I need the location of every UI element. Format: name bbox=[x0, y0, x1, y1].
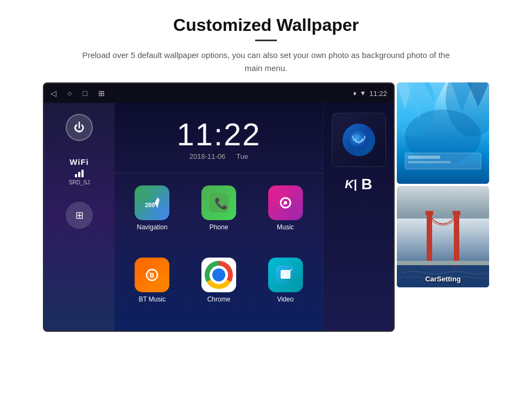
thumbnails-column: CarSetting bbox=[397, 82, 489, 332]
svg-rect-34 bbox=[454, 213, 459, 267]
wifi-label: WiFi bbox=[69, 157, 89, 166]
screenshot-icon[interactable]: ⊞ bbox=[98, 89, 105, 98]
thumb-bridge[interactable]: CarSetting bbox=[397, 186, 489, 287]
letter-widgets: K| B bbox=[345, 176, 372, 193]
right-widget: K| B bbox=[323, 103, 394, 331]
app-btmusic[interactable]: ʙ ♪ BT Music bbox=[119, 252, 186, 324]
btmusic-label: BT Music bbox=[138, 296, 166, 303]
recents-icon[interactable]: □ bbox=[83, 89, 87, 98]
navigation-icon: 280 bbox=[135, 185, 169, 220]
signal-icon: ▼ bbox=[360, 89, 366, 97]
grid-button[interactable]: ⊞ bbox=[66, 202, 93, 229]
back-icon[interactable]: ◁ bbox=[50, 89, 56, 98]
svg-text:♪: ♪ bbox=[282, 198, 286, 207]
phone-icon: 📞 bbox=[201, 185, 236, 220]
left-sidebar: ⏻ WiFi SRD_SJ ⊞ bbox=[44, 103, 115, 331]
title-section: Customized Wallpaper Preload over 5 defa… bbox=[76, 15, 456, 75]
radio-widget[interactable] bbox=[332, 113, 386, 167]
svg-rect-33 bbox=[427, 213, 432, 267]
nav-icons: ◁ ○ □ ⊞ bbox=[50, 89, 105, 98]
svg-rect-30 bbox=[408, 161, 451, 163]
device-wrapper: ◁ ○ □ ⊞ ♦ ▼ 11:22 ⏻ WiFi bbox=[43, 82, 489, 332]
svg-text:280: 280 bbox=[145, 202, 155, 208]
b-letter: B bbox=[361, 176, 372, 193]
app-navigation[interactable]: 280 Navigation bbox=[119, 180, 186, 252]
svg-rect-37 bbox=[397, 261, 489, 265]
clock-area: 11:22 2018-11-06 Tue bbox=[115, 103, 323, 174]
apps-grid: 280 Navigation 📞 bbox=[115, 174, 323, 331]
music-label: Music bbox=[277, 223, 294, 231]
video-icon bbox=[268, 258, 303, 292]
wifi-bars bbox=[75, 169, 84, 177]
svg-rect-29 bbox=[408, 156, 440, 159]
app-music[interactable]: ♪ Music bbox=[252, 180, 319, 252]
video-label: Video bbox=[277, 296, 293, 303]
center-section: 11:22 2018-11-06 Tue bbox=[115, 103, 323, 331]
carsetting-label: CarSetting bbox=[397, 275, 489, 283]
device-mockup: ◁ ○ □ ⊞ ♦ ▼ 11:22 ⏻ WiFi bbox=[43, 82, 395, 332]
k-letter: K| bbox=[345, 177, 357, 191]
clock-time: 11:22 bbox=[176, 116, 261, 152]
svg-rect-36 bbox=[453, 211, 460, 215]
svg-text:📞: 📞 bbox=[214, 197, 228, 210]
thumb-ice[interactable] bbox=[397, 82, 489, 184]
svg-rect-35 bbox=[426, 211, 433, 215]
svg-text:♪: ♪ bbox=[148, 269, 150, 275]
radio-circle bbox=[343, 124, 375, 156]
clock-day-value: Tue bbox=[236, 152, 248, 160]
chrome-label: Chrome bbox=[207, 296, 231, 303]
wifi-status-icon: ♦ bbox=[353, 89, 356, 97]
wifi-bar-3 bbox=[81, 170, 84, 177]
page-container: Customized Wallpaper Preload over 5 defa… bbox=[0, 0, 532, 411]
chrome-icon bbox=[201, 258, 236, 292]
title-divider bbox=[255, 40, 277, 41]
app-chrome[interactable]: Chrome bbox=[186, 252, 252, 324]
screen-content: ⏻ WiFi SRD_SJ ⊞ bbox=[44, 103, 394, 331]
navigation-label: Navigation bbox=[137, 223, 168, 231]
app-video[interactable]: Video bbox=[252, 252, 319, 324]
app-phone[interactable]: 📞 Phone bbox=[186, 180, 252, 252]
thumb-bridge-background: CarSetting bbox=[397, 186, 489, 287]
wifi-bar-2 bbox=[78, 172, 80, 177]
status-right: ♦ ▼ 11:22 bbox=[353, 89, 387, 98]
home-icon[interactable]: ○ bbox=[67, 89, 72, 98]
music-icon: ♪ bbox=[268, 185, 303, 220]
wifi-ssid: SRD_SJ bbox=[69, 179, 90, 185]
status-bar: ◁ ○ □ ⊞ ♦ ▼ 11:22 bbox=[44, 84, 394, 103]
clock-date-value: 2018-11-06 bbox=[189, 152, 226, 160]
wifi-bar-1 bbox=[75, 174, 77, 177]
clock-date: 2018-11-06 Tue bbox=[189, 152, 248, 160]
btmusic-icon: ʙ ♪ bbox=[135, 258, 169, 292]
power-button[interactable]: ⏻ bbox=[66, 114, 93, 141]
thumb-ice-background bbox=[397, 82, 489, 184]
status-time: 11:22 bbox=[369, 89, 387, 98]
svg-point-17 bbox=[349, 130, 369, 150]
page-title: Customized Wallpaper bbox=[76, 15, 456, 35]
wifi-widget: WiFi SRD_SJ bbox=[69, 157, 90, 185]
subtitle: Preload over 5 default wallpaper options… bbox=[76, 49, 456, 75]
phone-label: Phone bbox=[210, 223, 229, 231]
svg-point-18 bbox=[358, 142, 360, 144]
